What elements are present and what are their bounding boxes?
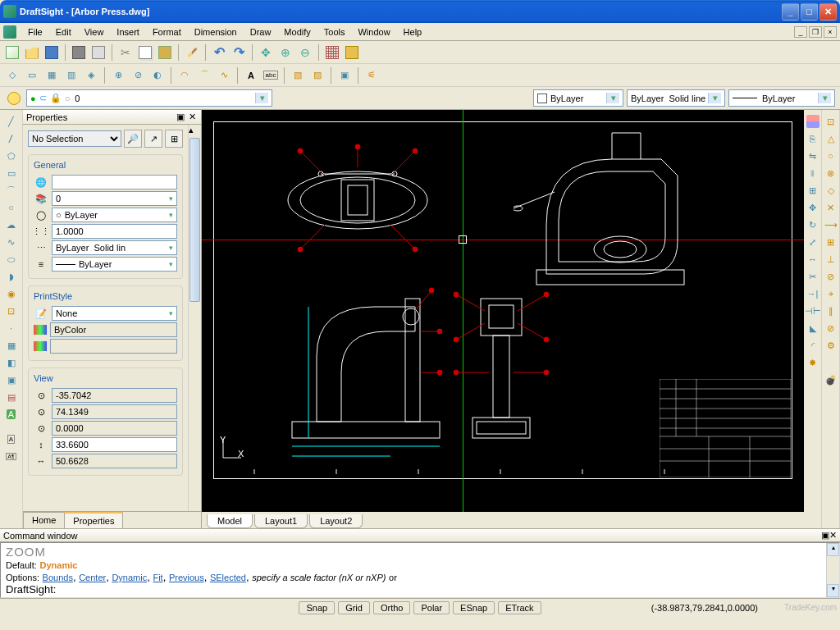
properties-button[interactable] [183, 43, 201, 62]
app-menu-icon[interactable] [3, 25, 16, 39]
hatch-button[interactable]: ▧ [289, 66, 307, 84]
region-tool[interactable]: ▣ [2, 372, 21, 388]
minimize-button[interactable]: _ [782, 3, 799, 21]
properties-close-button[interactable]: ✕ [186, 112, 198, 123]
prop-printstyle-field[interactable]: None▾ [52, 306, 177, 321]
status-esnap[interactable]: ESnap [453, 601, 495, 614]
save-button[interactable] [43, 43, 61, 62]
mdi-minimize-button[interactable]: _ [794, 26, 807, 38]
region-button[interactable]: ▨ [308, 66, 326, 84]
open-button[interactable] [23, 43, 41, 62]
spline-tool[interactable]: ∿ [2, 234, 21, 250]
undo-button[interactable]: ↶ [210, 43, 228, 62]
select-entity-button[interactable]: ↗ [144, 130, 162, 148]
view-h-field[interactable]: 33.6600 [52, 437, 177, 452]
block-button[interactable]: ▣ [336, 66, 354, 84]
snap-midpoint[interactable]: △ [822, 130, 840, 147]
snap-parallel[interactable]: ∥ [822, 303, 840, 319]
print-button[interactable] [70, 43, 88, 62]
snap-extension[interactable]: ⟶ [822, 217, 840, 233]
measure-button[interactable]: ⚟ [363, 66, 381, 84]
circle-center-button[interactable]: ⊕ [109, 66, 127, 84]
rectangle-tool[interactable]: ▭ [2, 165, 21, 181]
cut-button[interactable]: ✂ [116, 43, 135, 62]
snap-endpoint[interactable]: ⊡ [822, 113, 840, 130]
spline-button[interactable]: ∿ [215, 66, 233, 84]
dim-radius-button[interactable]: ▥ [62, 66, 80, 84]
mtext-tool[interactable]: A¶ [2, 448, 21, 464]
status-ortho[interactable]: Ortho [373, 601, 411, 614]
tab-properties[interactable]: Properties [64, 512, 123, 528]
circle-2p-button[interactable]: ⊘ [129, 66, 147, 84]
menu-help[interactable]: Help [397, 25, 429, 39]
quick-select-button[interactable]: 🔎 [124, 130, 142, 148]
command-scrollbar[interactable]: ▴ ▾ [826, 543, 839, 597]
prop-color-field[interactable] [52, 175, 177, 189]
polygon-tool[interactable]: ⬠ [2, 148, 21, 164]
ellipse-tool[interactable]: ⬭ [2, 251, 21, 267]
menu-format[interactable]: Format [146, 25, 188, 39]
layer-props-button[interactable] [5, 89, 23, 107]
status-grid[interactable]: Grid [338, 601, 370, 614]
dim-angular-button[interactable]: ▦ [43, 66, 61, 84]
explode-button[interactable]: ✸ [804, 354, 822, 371]
layer-manager-button[interactable] [323, 43, 341, 62]
point-tool[interactable]: ∙ [2, 320, 21, 336]
lineweight-dropdown[interactable]: ByLayer ▾ [728, 89, 835, 107]
selection-dropdown[interactable]: No Selection [28, 130, 121, 147]
bomb-icon[interactable]: 💣 [822, 372, 840, 388]
make-block-tool[interactable]: ⊡ [2, 303, 21, 319]
text-button[interactable]: A [242, 66, 260, 84]
insert-block-tool[interactable]: ◉ [2, 285, 21, 302]
arc-tool[interactable]: ⌒ [2, 182, 21, 199]
polyline-tool[interactable]: 〳 [2, 130, 21, 147]
trim-button[interactable]: ✂ [804, 268, 822, 285]
rotate-button[interactable]: ↻ [804, 217, 822, 233]
menu-edit[interactable]: Edit [49, 25, 78, 39]
snap-tangent[interactable]: ⊘ [822, 268, 840, 285]
prop-scale-field[interactable]: 1.0000 [52, 224, 177, 239]
options-button[interactable] [343, 43, 361, 62]
line-tool[interactable]: ╱ [2, 113, 21, 130]
revision-cloud-tool[interactable]: ☁ [2, 217, 21, 233]
snap-perpendicular[interactable]: ⊥ [822, 251, 840, 267]
prop-style-field[interactable]: ByLayer Solid lin▾ [52, 240, 177, 255]
command-dock-button[interactable]: ▣ [821, 530, 829, 541]
fillet-button[interactable]: ◜ [804, 337, 822, 354]
mtext-button[interactable]: abc [262, 66, 280, 84]
dim-aligned-button[interactable]: ▭ [23, 66, 41, 84]
mirror-button[interactable]: ⇋ [804, 148, 822, 164]
snap-intersection[interactable]: ✕ [822, 199, 840, 216]
command-output[interactable]: ZOOM Default: Dynamic Options: Bounds, C… [0, 542, 840, 598]
maximize-button[interactable]: □ [801, 3, 818, 21]
snap-none[interactable]: ⊘ [822, 320, 840, 336]
extend-button[interactable]: →| [804, 285, 822, 302]
prop-layer-field[interactable]: 0▾ [52, 191, 177, 206]
circle-tool[interactable]: ○ [2, 199, 21, 216]
mdi-restore-button[interactable]: ❐ [809, 26, 822, 38]
zoom-in-button[interactable]: ⊕ [276, 43, 294, 62]
model-viewport[interactable]: YX [202, 110, 804, 512]
properties-dock-button[interactable]: ▣ [175, 112, 186, 123]
redo-button[interactable]: ↷ [230, 43, 248, 62]
color-dropdown[interactable]: ByLayer ▾ [533, 89, 623, 107]
arc-button[interactable]: ◠ [176, 66, 194, 84]
tab-layout1[interactable]: Layout1 [254, 514, 308, 528]
menu-insert[interactable]: Insert [110, 25, 146, 39]
dim-diameter-button[interactable]: ◈ [82, 66, 100, 84]
tab-home[interactable]: Home [23, 512, 65, 528]
status-polar[interactable]: Polar [413, 601, 450, 614]
snap-quadrant[interactable]: ◇ [822, 182, 840, 199]
tab-model[interactable]: Model [207, 514, 253, 528]
offset-button[interactable]: ⫴ [804, 165, 822, 181]
new-button[interactable] [3, 43, 21, 62]
menu-draw[interactable]: Draw [244, 25, 278, 39]
circle-3p-button[interactable]: ◐ [148, 66, 167, 84]
chamfer-button[interactable]: ◣ [804, 320, 822, 336]
print-preview-button[interactable] [89, 43, 107, 62]
snap-nearest[interactable]: ⌖ [822, 285, 840, 302]
command-prompt[interactable]: DraftSight: [6, 583, 834, 596]
ellipse-arc-tool[interactable]: ◗ [2, 268, 21, 285]
snap-settings[interactable]: ⚙ [822, 337, 840, 354]
prop-linetype-field[interactable]: ○ByLayer▾ [52, 208, 177, 222]
